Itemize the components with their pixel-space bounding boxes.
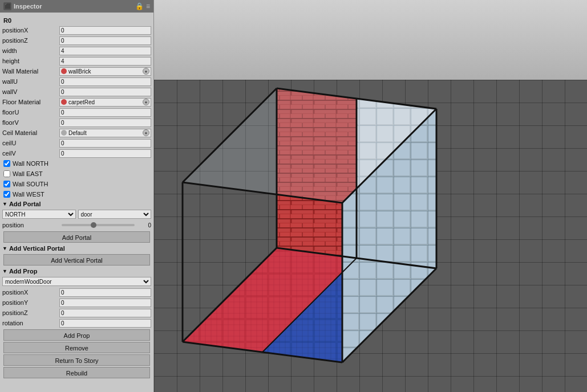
- add-prop-triangle: ▼: [2, 268, 7, 274]
- positionx-input[interactable]: [59, 26, 151, 35]
- ceilv-row: ceilV: [0, 148, 153, 158]
- add-portal-triangle: ▼: [2, 201, 7, 207]
- portal-position-thumb: [91, 222, 96, 228]
- ceil-material-dot[interactable]: ●: [143, 129, 149, 136]
- wallu-label: wallU: [2, 78, 59, 85]
- positionz-row: positionZ: [0, 35, 153, 46]
- prop-positionz-input[interactable]: [59, 309, 151, 317]
- wall-material-dot[interactable]: ●: [143, 68, 149, 75]
- menu-button[interactable]: ≡: [146, 2, 150, 10]
- prop-rotation-label: rotation: [2, 320, 59, 326]
- positionx-label: positionX: [2, 27, 59, 34]
- wall-east-row: Wall EAST: [0, 169, 153, 179]
- add-prop-header: ▼ Add Prop: [0, 267, 153, 276]
- height-label: height: [2, 58, 59, 64]
- rebuild-button[interactable]: Rebuild: [3, 367, 150, 378]
- add-vertical-portal-button[interactable]: Add Vertical Portal: [3, 254, 150, 266]
- add-vertical-portal-label: Add Vertical Portal: [9, 245, 65, 252]
- floor-material-value: carpetRed: [68, 99, 141, 105]
- wall-material-icon: [61, 68, 67, 74]
- ceilv-label: ceilV: [2, 150, 59, 157]
- wallv-row: wallV: [0, 87, 153, 97]
- wall-material-label: Wall Material: [2, 68, 59, 75]
- portal-position-value: 0: [137, 222, 151, 228]
- prop-positiony-row: positionY: [0, 297, 153, 308]
- prop-positiony-input[interactable]: [59, 299, 151, 307]
- ceilu-row: ceilU: [0, 138, 153, 148]
- inspector-panel: ⬛ Inspector 🔒 ≡ R0 positionX positionZ w…: [0, 0, 154, 392]
- ceilu-label: ceilU: [2, 140, 59, 146]
- pin-button[interactable]: 🔒: [135, 2, 144, 10]
- prop-positionz-row: positionZ: [0, 308, 153, 318]
- wall-north-checkbox[interactable]: [3, 160, 10, 167]
- inspector-title: Inspector: [14, 3, 42, 10]
- add-portal-label: Add Portal: [9, 201, 41, 207]
- ceil-material-value: Default: [68, 130, 141, 136]
- positionx-row: positionX: [0, 25, 153, 35]
- prop-positiony-label: positionY: [2, 299, 59, 306]
- portal-type-select[interactable]: door window: [78, 210, 152, 219]
- wall-west-row: Wall WEST: [0, 189, 153, 199]
- portal-options-row: NORTH SOUTH EAST WEST door window: [0, 209, 153, 220]
- wall-west-checkbox[interactable]: [3, 191, 10, 198]
- return-to-story-button[interactable]: Return To Story: [3, 354, 150, 366]
- room-3d-view: [154, 0, 587, 392]
- viewport[interactable]: [154, 0, 587, 392]
- wall-south-label: Wall SOUTH: [13, 181, 48, 187]
- inspector-content: R0 positionX positionZ width height Wall…: [0, 13, 153, 392]
- wallv-input[interactable]: [59, 88, 151, 96]
- positionz-input[interactable]: [59, 36, 151, 45]
- width-label: width: [2, 47, 59, 54]
- wallv-label: wallV: [2, 88, 59, 95]
- floorv-input[interactable]: [59, 119, 151, 127]
- inspector-icon: ⬛: [3, 2, 11, 10]
- section-r0: R0: [0, 15, 153, 25]
- portal-position-row: position 0: [0, 220, 153, 230]
- portal-position-label: position: [2, 222, 59, 228]
- add-portal-header: ▼ Add Portal: [0, 199, 153, 209]
- wall-east-checkbox[interactable]: [3, 170, 10, 177]
- floor-material-label: Floor Material: [2, 99, 59, 105]
- add-vertical-portal-header: ▼ Add Vertical Portal: [0, 244, 153, 253]
- prop-positionx-row: positionX: [0, 287, 153, 297]
- wall-east-label: Wall EAST: [13, 170, 43, 177]
- wall-west-label: Wall WEST: [13, 191, 44, 198]
- prop-rotation-input[interactable]: [59, 319, 151, 328]
- remove-button[interactable]: Remove: [3, 342, 150, 353]
- wall-north-row: Wall NORTH: [0, 158, 153, 169]
- inspector-header-right: 🔒 ≡: [135, 2, 150, 10]
- width-input[interactable]: [59, 47, 151, 55]
- height-row: height: [0, 56, 153, 66]
- portal-position-track[interactable]: [62, 224, 135, 226]
- ceil-material-field[interactable]: Default ●: [59, 129, 151, 137]
- portal-direction-select[interactable]: NORTH SOUTH EAST WEST: [2, 210, 76, 219]
- wall-south-row: Wall SOUTH: [0, 179, 153, 189]
- wall-south-checkbox[interactable]: [3, 181, 10, 187]
- add-vertical-portal-triangle: ▼: [2, 246, 7, 251]
- add-prop-button[interactable]: Add Prop: [3, 329, 150, 341]
- ceilv-input[interactable]: [59, 149, 151, 158]
- floor-material-icon: [61, 99, 67, 105]
- floorv-row: floorV: [0, 117, 153, 128]
- inspector-header-left: ⬛ Inspector: [3, 2, 42, 10]
- ceilu-input[interactable]: [59, 139, 151, 148]
- wallu-row: wallU: [0, 76, 153, 87]
- floor-material-field[interactable]: carpetRed ●: [59, 98, 151, 107]
- wall-material-field[interactable]: wallBrick ●: [59, 67, 151, 76]
- prop-type-select[interactable]: modernWoodDoor: [2, 277, 151, 286]
- ceil-material-row: Ceil Material Default ●: [0, 128, 153, 138]
- wall-material-value: wallBrick: [68, 68, 141, 75]
- inspector-header: ⬛ Inspector 🔒 ≡: [0, 0, 153, 13]
- prop-positionx-input[interactable]: [59, 288, 151, 297]
- floor-material-dot[interactable]: ●: [143, 99, 149, 105]
- flooru-row: floorU: [0, 107, 153, 117]
- width-row: width: [0, 46, 153, 56]
- wallu-input[interactable]: [59, 77, 151, 86]
- flooru-input[interactable]: [59, 108, 151, 117]
- prop-select-row: modernWoodDoor: [0, 276, 153, 287]
- height-input[interactable]: [59, 57, 151, 66]
- wall-material-row: Wall Material wallBrick ●: [0, 66, 153, 76]
- ceil-material-label: Ceil Material: [2, 129, 59, 136]
- add-portal-button[interactable]: Add Portal: [3, 231, 150, 243]
- wall-north-label: Wall NORTH: [13, 160, 48, 167]
